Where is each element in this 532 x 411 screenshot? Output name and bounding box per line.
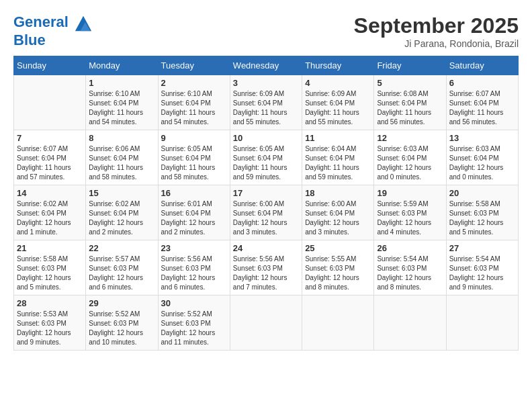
calendar-cell <box>14 75 86 130</box>
day-info: Sunrise: 6:05 AM Sunset: 6:04 PM Dayligh… <box>161 144 227 182</box>
header-wednesday: Wednesday <box>230 56 302 75</box>
day-info: Sunrise: 5:52 AM Sunset: 6:03 PM Dayligh… <box>161 310 227 347</box>
calendar-cell <box>446 295 518 351</box>
calendar-cell: 2Sunrise: 6:10 AM Sunset: 6:04 PM Daylig… <box>158 75 230 130</box>
day-info: Sunrise: 6:09 AM Sunset: 6:04 PM Dayligh… <box>233 89 299 127</box>
day-number: 28 <box>17 298 83 308</box>
calendar-cell: 21Sunrise: 5:58 AM Sunset: 6:03 PM Dayli… <box>14 240 86 295</box>
calendar-week-1: 1Sunrise: 6:10 AM Sunset: 6:04 PM Daylig… <box>14 75 519 130</box>
calendar-cell: 20Sunrise: 5:58 AM Sunset: 6:03 PM Dayli… <box>446 185 518 240</box>
day-number: 23 <box>161 243 227 253</box>
day-number: 6 <box>449 78 515 88</box>
logo-general: General <box>13 13 69 30</box>
calendar-cell: 11Sunrise: 6:04 AM Sunset: 6:04 PM Dayli… <box>302 130 374 185</box>
day-number: 30 <box>161 298 227 308</box>
calendar-table: SundayMondayTuesdayWednesdayThursdayFrid… <box>13 56 519 351</box>
calendar-cell: 24Sunrise: 5:56 AM Sunset: 6:03 PM Dayli… <box>230 240 302 295</box>
day-number: 21 <box>17 243 83 253</box>
header-saturday: Saturday <box>446 56 518 75</box>
month-title: September 2025 <box>354 13 519 38</box>
day-info: Sunrise: 6:07 AM Sunset: 6:04 PM Dayligh… <box>449 89 515 127</box>
day-number: 17 <box>233 188 299 198</box>
header-friday: Friday <box>374 56 446 75</box>
calendar-week-2: 7Sunrise: 6:07 AM Sunset: 6:04 PM Daylig… <box>14 130 519 185</box>
calendar-cell: 16Sunrise: 6:01 AM Sunset: 6:04 PM Dayli… <box>158 185 230 240</box>
calendar-cell <box>230 295 302 351</box>
day-info: Sunrise: 5:55 AM Sunset: 6:03 PM Dayligh… <box>305 255 371 292</box>
location: Ji Parana, Rondonia, Brazil <box>354 38 519 49</box>
day-info: Sunrise: 5:54 AM Sunset: 6:03 PM Dayligh… <box>377 255 443 292</box>
day-number: 18 <box>305 188 371 198</box>
calendar-cell: 29Sunrise: 5:52 AM Sunset: 6:03 PM Dayli… <box>86 295 158 351</box>
day-number: 27 <box>449 243 515 253</box>
calendar-cell: 30Sunrise: 5:52 AM Sunset: 6:03 PM Dayli… <box>158 295 230 351</box>
day-number: 12 <box>377 133 443 143</box>
day-number: 13 <box>449 133 515 143</box>
day-info: Sunrise: 6:02 AM Sunset: 6:04 PM Dayligh… <box>17 199 83 237</box>
calendar-header-row: SundayMondayTuesdayWednesdayThursdayFrid… <box>14 56 519 75</box>
day-number: 14 <box>17 188 83 198</box>
day-info: Sunrise: 6:10 AM Sunset: 6:04 PM Dayligh… <box>161 89 227 127</box>
calendar-cell: 9Sunrise: 6:05 AM Sunset: 6:04 PM Daylig… <box>158 130 230 185</box>
calendar-cell: 5Sunrise: 6:08 AM Sunset: 6:04 PM Daylig… <box>374 75 446 130</box>
day-number: 25 <box>305 243 371 253</box>
day-number: 10 <box>233 133 299 143</box>
calendar-cell: 8Sunrise: 6:06 AM Sunset: 6:04 PM Daylig… <box>86 130 158 185</box>
calendar-cell: 15Sunrise: 6:02 AM Sunset: 6:04 PM Dayli… <box>86 185 158 240</box>
day-info: Sunrise: 6:08 AM Sunset: 6:04 PM Dayligh… <box>377 89 443 127</box>
day-number: 22 <box>89 243 154 253</box>
day-info: Sunrise: 5:52 AM Sunset: 6:03 PM Dayligh… <box>89 310 154 347</box>
day-number: 8 <box>89 133 154 143</box>
calendar-cell: 12Sunrise: 6:03 AM Sunset: 6:04 PM Dayli… <box>374 130 446 185</box>
day-info: Sunrise: 5:56 AM Sunset: 6:03 PM Dayligh… <box>161 255 227 292</box>
header-thursday: Thursday <box>302 56 374 75</box>
calendar-week-5: 28Sunrise: 5:53 AM Sunset: 6:03 PM Dayli… <box>14 295 519 351</box>
calendar-cell: 22Sunrise: 5:57 AM Sunset: 6:03 PM Dayli… <box>86 240 158 295</box>
calendar-cell: 6Sunrise: 6:07 AM Sunset: 6:04 PM Daylig… <box>446 75 518 130</box>
calendar-cell: 10Sunrise: 6:05 AM Sunset: 6:04 PM Dayli… <box>230 130 302 185</box>
day-info: Sunrise: 5:54 AM Sunset: 6:03 PM Dayligh… <box>449 255 515 292</box>
day-info: Sunrise: 5:56 AM Sunset: 6:03 PM Dayligh… <box>233 255 299 292</box>
day-number: 1 <box>89 78 154 88</box>
day-info: Sunrise: 5:58 AM Sunset: 6:03 PM Dayligh… <box>17 255 83 292</box>
day-number: 19 <box>377 188 443 198</box>
day-number: 24 <box>233 243 299 253</box>
calendar-week-3: 14Sunrise: 6:02 AM Sunset: 6:04 PM Dayli… <box>14 185 519 240</box>
day-info: Sunrise: 6:02 AM Sunset: 6:04 PM Dayligh… <box>89 199 154 237</box>
page-header: General Blue September 2025 Ji Parana, R… <box>13 13 519 49</box>
day-number: 15 <box>89 188 154 198</box>
calendar-cell: 25Sunrise: 5:55 AM Sunset: 6:03 PM Dayli… <box>302 240 374 295</box>
day-number: 26 <box>377 243 443 253</box>
day-info: Sunrise: 6:04 AM Sunset: 6:04 PM Dayligh… <box>305 144 371 182</box>
calendar-cell: 3Sunrise: 6:09 AM Sunset: 6:04 PM Daylig… <box>230 75 302 130</box>
calendar-cell: 14Sunrise: 6:02 AM Sunset: 6:04 PM Dayli… <box>14 185 86 240</box>
calendar-cell <box>374 295 446 351</box>
header-sunday: Sunday <box>14 56 86 75</box>
day-info: Sunrise: 5:57 AM Sunset: 6:03 PM Dayligh… <box>89 255 154 292</box>
day-info: Sunrise: 6:00 AM Sunset: 6:04 PM Dayligh… <box>305 199 371 237</box>
calendar-cell: 23Sunrise: 5:56 AM Sunset: 6:03 PM Dayli… <box>158 240 230 295</box>
day-info: Sunrise: 6:09 AM Sunset: 6:04 PM Dayligh… <box>305 89 371 127</box>
day-info: Sunrise: 6:03 AM Sunset: 6:04 PM Dayligh… <box>377 144 443 182</box>
calendar-cell: 7Sunrise: 6:07 AM Sunset: 6:04 PM Daylig… <box>14 130 86 185</box>
calendar-cell <box>302 295 374 351</box>
calendar-cell: 27Sunrise: 5:54 AM Sunset: 6:03 PM Dayli… <box>446 240 518 295</box>
day-info: Sunrise: 5:53 AM Sunset: 6:03 PM Dayligh… <box>17 310 83 347</box>
calendar-cell: 1Sunrise: 6:10 AM Sunset: 6:04 PM Daylig… <box>86 75 158 130</box>
calendar-cell: 26Sunrise: 5:54 AM Sunset: 6:03 PM Dayli… <box>374 240 446 295</box>
calendar-cell: 4Sunrise: 6:09 AM Sunset: 6:04 PM Daylig… <box>302 75 374 130</box>
day-number: 16 <box>161 188 227 198</box>
day-info: Sunrise: 6:01 AM Sunset: 6:04 PM Dayligh… <box>161 199 227 237</box>
logo: General Blue <box>13 13 93 48</box>
logo-text: General <box>13 13 93 32</box>
day-number: 29 <box>89 298 154 308</box>
day-number: 20 <box>449 188 515 198</box>
day-info: Sunrise: 6:07 AM Sunset: 6:04 PM Dayligh… <box>17 144 83 182</box>
calendar-cell: 17Sunrise: 6:00 AM Sunset: 6:04 PM Dayli… <box>230 185 302 240</box>
calendar-cell: 13Sunrise: 6:03 AM Sunset: 6:04 PM Dayli… <box>446 130 518 185</box>
logo-blue: Blue <box>13 32 93 48</box>
day-number: 7 <box>17 133 83 143</box>
day-number: 9 <box>161 133 227 143</box>
day-info: Sunrise: 5:58 AM Sunset: 6:03 PM Dayligh… <box>449 199 515 237</box>
day-number: 3 <box>233 78 299 88</box>
